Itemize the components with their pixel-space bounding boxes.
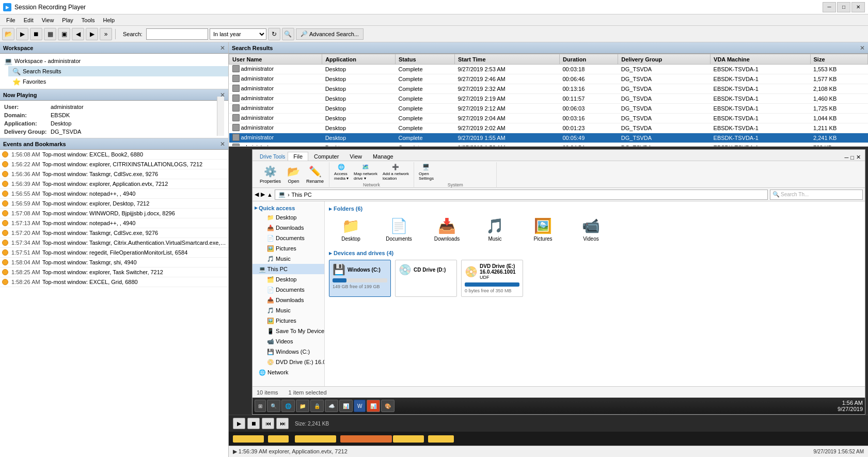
- layout-btn2[interactable]: ▣: [58, 28, 70, 40]
- refresh-btn[interactable]: ↻: [268, 28, 280, 40]
- filter-btn[interactable]: 🔍: [282, 28, 294, 40]
- sidebar-item-savetomydevice[interactable]: 📱 Save To My Device: [261, 326, 324, 336]
- taskbar-search-btn[interactable]: 🔍: [267, 400, 280, 412]
- event-row-2[interactable]: 1:56:36 AM Top-most window: Taskmgr, Cdl…: [0, 169, 228, 179]
- event-row-6[interactable]: 1:57:08 AM Top-most window: WINWORD, Bjp…: [0, 209, 228, 218]
- event-row-1[interactable]: 1:56:22 AM Top-most window: explorer, CI…: [0, 160, 228, 169]
- ribbon-open-settings-btn[interactable]: 🖥️ OpenSettings: [417, 163, 435, 181]
- ribbon-tab-manage[interactable]: Manage: [368, 152, 399, 161]
- open-button[interactable]: 📂: [2, 28, 14, 40]
- sidebar-item-windowsc[interactable]: 💾 Windows (C:): [261, 346, 324, 357]
- taskbar-paint-btn[interactable]: 🎨: [381, 400, 394, 412]
- ribbon-map-network-btn[interactable]: 🗺️ Map networkdrive ▾: [352, 163, 379, 181]
- sidebar-item-desktop2[interactable]: 🗂️ Desktop: [261, 274, 324, 285]
- event-row-4[interactable]: 1:56:55 AM Top-most window: notepad++, ,…: [0, 189, 228, 199]
- event-row-7[interactable]: 1:57:13 AM Top-most window: notepad++, ,…: [0, 218, 228, 228]
- fe-restore-btn[interactable]: □: [850, 154, 854, 161]
- back-btn[interactable]: ◀: [255, 191, 259, 198]
- folder-desktop[interactable]: 📁 Desktop: [329, 215, 373, 244]
- tl-stop-btn[interactable]: ⏹: [247, 418, 260, 429]
- close-button[interactable]: ✕: [851, 2, 865, 12]
- taskbar-word-btn[interactable]: W: [354, 400, 366, 412]
- col-header-duration[interactable]: Duration: [559, 54, 618, 65]
- timeline-track[interactable]: [229, 432, 868, 446]
- table-row-2[interactable]: administrator Desktop Complete 9/27/2019…: [229, 84, 868, 94]
- fe-minimize-btn[interactable]: ─: [845, 154, 849, 161]
- menu-tools[interactable]: Tools: [77, 14, 99, 26]
- taskbar-files-btn[interactable]: 📁: [296, 400, 309, 412]
- minimize-button[interactable]: ─: [823, 2, 836, 12]
- col-header-deliverygroup[interactable]: Delivery Group: [618, 54, 711, 65]
- ribbon-access-media-btn[interactable]: 🌐 Accessmedia ▾: [333, 163, 350, 181]
- table-row-4[interactable]: administrator Desktop Complete 9/27/2019…: [229, 104, 868, 114]
- col-header-status[interactable]: Status: [395, 54, 454, 65]
- table-row-3[interactable]: administrator Desktop Complete 9/27/2019…: [229, 94, 868, 104]
- event-row-8[interactable]: 1:57:20 AM Top-most window: Taskmgr, Cdl…: [0, 228, 228, 238]
- sidebar-item-documents1[interactable]: 📄 Documents: [261, 233, 324, 243]
- taskbar-browser-btn[interactable]: 🌐: [281, 400, 295, 412]
- sidebar-item-network[interactable]: 🌐 Network: [252, 367, 324, 377]
- sidebar-item-music1[interactable]: 🎵 Music: [261, 254, 324, 264]
- table-row-0[interactable]: administrator Desktop Complete 9/27/2019…: [229, 65, 868, 74]
- ribbon-add-network-btn[interactable]: ➕ Add a networklocation: [381, 163, 411, 181]
- more-btn[interactable]: »: [100, 28, 112, 40]
- workspace-search-results-item[interactable]: 🔍 Search Results: [8, 66, 228, 76]
- sidebar-item-videos[interactable]: 📹 Videos: [261, 336, 324, 346]
- drive-cd-d[interactable]: 💿 CD Drive (D:): [395, 260, 457, 297]
- search-input[interactable]: [146, 28, 208, 40]
- sidebar-item-pictures2[interactable]: 🖼️ Pictures: [261, 316, 324, 326]
- col-header-username[interactable]: User Name: [229, 54, 322, 65]
- event-row-10[interactable]: 1:57:51 AM Top-most window: regedit, Fil…: [0, 248, 228, 258]
- layout-btn1[interactable]: ▦: [44, 28, 56, 40]
- event-row-3[interactable]: 1:56:39 AM Top-most window: explorer, Ap…: [0, 179, 228, 189]
- ribbon-tab-computer[interactable]: Computer: [309, 152, 344, 161]
- folder-music[interactable]: 🎵 Music: [473, 215, 517, 244]
- now-playing-scrollbar[interactable]: [217, 97, 224, 136]
- event-row-11[interactable]: 1:58:04 AM Top-most window: Taskmgr, shi…: [0, 258, 228, 267]
- menu-view[interactable]: View: [38, 14, 58, 26]
- menu-edit[interactable]: Edit: [20, 14, 38, 26]
- table-row-7[interactable]: administrator Desktop Complete 9/27/2019…: [229, 133, 868, 143]
- table-row-8[interactable]: administrator Desktop Complete 9/27/2019…: [229, 143, 868, 147]
- menu-file[interactable]: File: [2, 14, 20, 26]
- menu-play[interactable]: Play: [58, 14, 77, 26]
- table-row-6[interactable]: administrator Desktop Complete 9/27/2019…: [229, 123, 868, 133]
- workspace-close-button[interactable]: ✕: [220, 44, 225, 52]
- ribbon-rename-btn[interactable]: ✏️ Rename: [303, 162, 327, 187]
- col-header-application[interactable]: Application: [322, 54, 396, 65]
- fe-close-btn[interactable]: ✕: [856, 154, 861, 161]
- event-row-13[interactable]: 1:58:26 AM Top-most window: EXCEL, Grid,…: [0, 277, 228, 287]
- event-row-9[interactable]: 1:57:34 AM Top-most window: Taskmgr, Cit…: [0, 238, 228, 248]
- time-filter-select[interactable]: In last year Today Yesterday This week L…: [210, 28, 266, 40]
- sidebar-item-downloads2[interactable]: 📥 Downloads: [261, 295, 324, 305]
- col-header-vdamachine[interactable]: VDA Machine: [711, 54, 810, 65]
- taskbar-ppt-btn[interactable]: 📊: [367, 400, 380, 412]
- restore-button[interactable]: □: [837, 2, 850, 12]
- folder-documents[interactable]: 📄 Documents: [377, 215, 421, 244]
- table-row-1[interactable]: administrator Desktop Complete 9/27/2019…: [229, 74, 868, 84]
- ribbon-tab-drivetools[interactable]: Drive Tools: [255, 153, 287, 161]
- sidebar-item-pictures1[interactable]: 🖼️ Pictures: [261, 243, 324, 254]
- folder-videos[interactable]: 📹 Videos: [569, 215, 613, 244]
- folder-downloads[interactable]: 📥 Downloads: [425, 215, 469, 244]
- events-close-button[interactable]: ✕: [220, 140, 225, 148]
- taskbar-cloud-btn[interactable]: ☁️: [325, 400, 338, 412]
- sidebar-item-documents2[interactable]: 📄 Documents: [261, 285, 324, 295]
- taskbar-start-btn[interactable]: ⊞: [255, 400, 266, 412]
- workspace-root-item[interactable]: 💻 Workspace - administrator: [0, 56, 228, 66]
- menu-help[interactable]: Help: [99, 14, 119, 26]
- tl-prev-btn[interactable]: ⏮: [262, 418, 274, 429]
- events-content[interactable]: 1:56:08 AM Top-most window: EXCEL, Book2…: [0, 150, 228, 457]
- ribbon-properties-btn[interactable]: ⚙️ Properties: [257, 162, 284, 187]
- up-btn[interactable]: ▲: [267, 192, 273, 198]
- drive-dvd-e[interactable]: 📀 DVD Drive (E:) 16.0.4266.1001 UDF: [461, 260, 523, 297]
- ribbon-tab-view[interactable]: View: [344, 152, 367, 161]
- forward-btn[interactable]: ▶: [261, 191, 265, 198]
- stop-button[interactable]: ⏹: [30, 28, 42, 40]
- nav-prev[interactable]: ◀: [72, 28, 84, 40]
- col-header-size[interactable]: Size: [810, 54, 868, 65]
- nav-next[interactable]: ▶: [86, 28, 98, 40]
- event-row-0[interactable]: 1:56:08 AM Top-most window: EXCEL, Book2…: [0, 150, 228, 160]
- tl-next-btn[interactable]: ⏭: [276, 418, 289, 429]
- folder-pictures[interactable]: 🖼️ Pictures: [521, 215, 565, 244]
